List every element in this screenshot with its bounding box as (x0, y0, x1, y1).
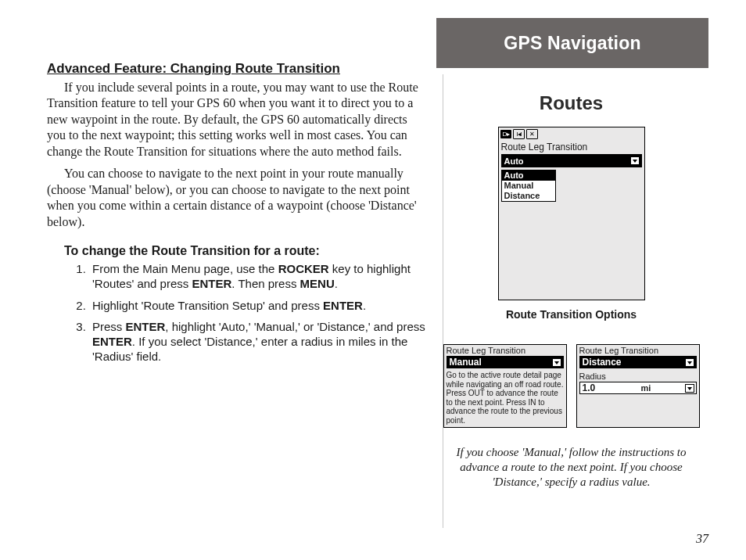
dropdown-caret-icon (630, 156, 640, 165)
step-2: Highlight 'Route Transition Setup' and p… (89, 298, 426, 313)
section-header-bar: GPS Navigation (436, 18, 708, 68)
option-distance: Distance (502, 191, 555, 201)
page-number: 37 (696, 532, 708, 546)
dropdown-caret-icon (685, 384, 694, 393)
manual-dropdown: Manual (447, 356, 564, 368)
transition-options-list: Auto Manual Distance (501, 170, 556, 202)
step-3: Press ENTER, highlight 'Auto,' 'Manual,'… (89, 319, 426, 364)
radius-label: Radius (577, 371, 699, 382)
radius-unit: mi (641, 383, 651, 393)
sidebar: GPS Navigation Routes D▸ I◂I ✕ Route Leg… (434, 0, 746, 560)
tab-icon-1: D▸ (500, 130, 512, 138)
figure-footnote: If you choose 'Manual,' follow the instr… (434, 445, 708, 490)
section-header-text: GPS Navigation (504, 33, 640, 54)
page-title: Routes (434, 92, 708, 114)
paragraph-1: If you include several points in a route… (47, 80, 426, 160)
paragraph-2: You can choose to navigate to the next p… (47, 166, 426, 230)
option-manual: Manual (502, 181, 555, 191)
distance-label: Route Leg Transition (577, 345, 699, 356)
steps-list: From the Main Menu page, use the ROCKER … (89, 261, 426, 364)
figures-container: D▸ I◂I ✕ Route Leg Transition Auto Auto … (434, 127, 708, 490)
steps-heading: To change the Route Transition for a rou… (64, 244, 426, 258)
gps-screen-main: D▸ I◂I ✕ Route Leg Transition Auto Auto … (498, 127, 645, 300)
dropdown-caret-icon (685, 358, 694, 367)
manual-label: Route Leg Transition (444, 345, 566, 356)
figure-1-caption: Route Transition Options (506, 308, 637, 321)
dropdown-caret-icon (552, 358, 561, 367)
figure-row: Route Leg Transition Manual Go to the ac… (443, 344, 700, 428)
feature-heading: Advanced Feature: Changing Route Transit… (47, 61, 426, 77)
step-1: From the Main Menu page, use the ROCKER … (89, 261, 426, 291)
gps-screen-distance: Route Leg Transition Distance Radius 1.0… (576, 344, 700, 428)
transition-selected: Auto (504, 156, 524, 166)
main-content: Advanced Feature: Changing Route Transit… (0, 0, 434, 560)
gps-tab-icons: D▸ I◂I ✕ (499, 127, 644, 141)
distance-dropdown: Distance (579, 356, 697, 368)
gps-screen-manual: Route Leg Transition Manual Go to the ac… (443, 344, 567, 428)
transition-dropdown: Auto (501, 154, 642, 167)
route-leg-label: Route Leg Transition (499, 141, 644, 154)
option-auto: Auto (502, 171, 555, 181)
manual-description: Go to the active route detail page while… (444, 371, 566, 427)
radius-field: 1.0 mi (579, 382, 697, 394)
tab-icon-3: ✕ (526, 129, 538, 139)
tab-icon-2: I◂I (513, 129, 525, 139)
radius-value: 1.0 (580, 382, 598, 393)
